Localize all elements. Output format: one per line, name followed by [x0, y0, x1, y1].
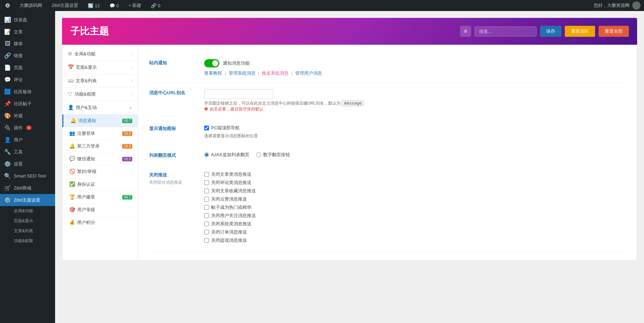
pc-nav-checkbox[interactable] [204, 126, 209, 130]
comments-link[interactable]: 💬 0 [107, 0, 121, 11]
sidebar-item-dashboard[interactable]: 📊 仪表盘 [0, 14, 55, 26]
radio-ajax-pagination: AJAX追加列表翻页 [204, 152, 249, 158]
settings-search-input[interactable] [475, 26, 537, 36]
setting-row-site-notification: 站内通知 通知消息功能 查看教程 | 管理系统消息 | 推送系统消息 | [149, 53, 626, 83]
adminbar-right: 您好，大鹏资源网 [594, 1, 641, 10]
nav-item-wechat-notify[interactable]: 💬微信通知 V6.5 [62, 153, 138, 165]
checkbox-close-follow-push: 关闭用户关注消息推送 [204, 213, 626, 219]
sidebar-item-bbpress[interactable]: 🟦 社区板块 [0, 86, 55, 98]
sidebar-item-links[interactable]: 🔗 链接 [0, 50, 55, 62]
avatar[interactable] [632, 1, 641, 10]
site-name[interactable]: 大鹏源码网 [18, 0, 44, 11]
show-icon-desc: 选择需要显示消息图标的位置 [204, 133, 626, 139]
grid-view-button[interactable]: ≡ [460, 26, 471, 37]
link-tutorial[interactable]: 查看教程 [204, 71, 222, 76]
close-follow-push-checkbox[interactable] [204, 213, 209, 218]
settings-icon: ⚙️ [4, 161, 11, 167]
link-manage-sys-msg[interactable]: 管理系统消息 [229, 71, 256, 76]
sidebar-item-plugins[interactable]: 🔌 插件 6 [0, 122, 55, 134]
links-count[interactable]: 🔗 0 [149, 0, 162, 11]
sidebar-sub-articles[interactable]: 文章&列表 [0, 226, 55, 236]
nav-item-user-level[interactable]: 🎯用户等级 [62, 204, 138, 216]
ban-icon: 🚫 [69, 169, 75, 174]
community-blocks-icon: 🟦 [4, 88, 11, 95]
nav-item-ban-report[interactable]: 🚫禁封/举报 [62, 165, 138, 178]
sidebar-item-settings[interactable]: ⚙️ 设置 [0, 158, 55, 170]
hot-post-checkbox[interactable] [204, 205, 209, 210]
nav-section-articles[interactable]: 📖文章&列表 › [62, 74, 138, 88]
nav-item-identity[interactable]: ✅身份认证 [62, 178, 138, 191]
arrow-icon: › [131, 92, 132, 97]
sidebar-item-users[interactable]: 👤 用户 [0, 134, 55, 146]
updates-link[interactable]: 🔄 12 [86, 0, 102, 11]
sidebar-item-forums[interactable]: 📌 社区帖子 [0, 98, 55, 110]
ajax-pagination-label: AJAX追加列表翻页 [211, 152, 249, 158]
nav-item-user-points[interactable]: 💰用户积分 [62, 216, 138, 229]
badge-icon: 🏆 [69, 194, 75, 200]
settings-panel: ⚙全局&功能 › 📅页面&显示 › 📖文章&列表 › 🛡功能&权限 › 👤用户&… [62, 45, 637, 261]
identity-icon: ✅ [69, 181, 75, 187]
save-button[interactable]: 保存 [540, 26, 561, 37]
toggle-wrap-notification: 通知消息功能 [204, 59, 626, 67]
plugins-badge: 6 [26, 126, 32, 130]
sidebar-item-smart-seo[interactable]: 🔍 Smart SEO Tool [0, 170, 55, 182]
nav-section-func-perms[interactable]: 🛡功能&权限 › [62, 88, 138, 101]
nav-item-register-login[interactable]: 👥注册登录 V6.8 [62, 127, 138, 140]
reset-selected-button[interactable]: 重置选区 [565, 26, 595, 37]
checkbox-close-order-push: 关闭订单消息推送 [204, 229, 626, 235]
sidebar-sub-pages[interactable]: 页面&显示 [0, 216, 55, 226]
ajax-pagination-radio[interactable] [204, 152, 209, 157]
checkbox-close-favorite-push: 关闭文章收藏消息推送 [204, 188, 626, 194]
setting-row-message-url: 消息中心URL别名 开启固定链接之后，可以在此自定义消息中心的链接后缀URL别名… [149, 83, 626, 119]
label-pagination: 列表翻页模式 [149, 152, 204, 159]
version-badge-user-badge: V6.7 [122, 195, 132, 200]
checkbox-close-withdraw-push: 关闭提现消息推送 [204, 237, 626, 244]
close-withdraw-push-checkbox[interactable] [204, 238, 209, 243]
number-pagination-radio[interactable] [256, 152, 261, 157]
nav-item-third-login[interactable]: 🔔第三方登录 V6.8 [62, 140, 138, 153]
nav-item-user-badge[interactable]: 🏆用户徽章 V6.7 [62, 191, 138, 204]
wp-logo[interactable]: 🅦 [3, 0, 12, 11]
link-manage-user-msg[interactable]: 管理用户消息 [295, 71, 322, 76]
version-badge-third-login: V6.8 [122, 144, 132, 149]
register-login-icon: 👥 [69, 130, 75, 136]
new-content-link[interactable]: + 新建 [126, 0, 143, 11]
sidebar-item-posts[interactable]: 📝 文章 [0, 26, 55, 38]
toggle-label-notification: 通知消息功能 [223, 60, 250, 66]
media-icon: 🖼 [4, 41, 11, 47]
theme-settings-link[interactable]: ZibII主题设置 [50, 0, 80, 11]
link-push-sys-msg[interactable]: 推送系统消息 [262, 71, 289, 76]
community-posts-icon: 📌 [4, 100, 11, 107]
close-push-sublabel: 关闭部分消息推送 [149, 180, 204, 185]
sidebar-item-pages[interactable]: 📄 页面 [0, 62, 55, 74]
control-site-notification: 通知消息功能 查看教程 | 管理系统消息 | 推送系统消息 | 管理用户消息 [204, 59, 626, 76]
sidebar-item-media[interactable]: 🖼 媒体 [0, 38, 55, 50]
notification-toggle[interactable] [204, 59, 219, 67]
sidebar-sub-global[interactable]: 全局&功能 [0, 206, 55, 216]
message-url-input[interactable] [204, 89, 273, 99]
sidebar-item-zibll-theme[interactable]: ⚙️ ZibII主题设置 [0, 194, 55, 206]
close-system-push-checkbox[interactable] [204, 222, 209, 226]
nav-section-user-interact[interactable]: 👤用户&互动 ∨ [62, 101, 138, 115]
version-badge-wechat: V6.5 [122, 157, 132, 161]
close-article-push-checkbox[interactable] [204, 172, 209, 177]
close-order-push-checkbox[interactable] [204, 230, 209, 235]
sidebar-item-comments[interactable]: 💬 评论 [0, 74, 55, 86]
close-favorite-push-checkbox[interactable] [204, 189, 209, 193]
nav-section-global[interactable]: ⚙全局&功能 › [62, 47, 138, 61]
radio-number-pagination: 数字翻页按钮 [256, 152, 290, 158]
nav-section-pages[interactable]: 📅页面&显示 › [62, 61, 138, 74]
reset-all-button[interactable]: 重置全部 [599, 26, 629, 37]
sidebar-item-tools[interactable]: 🔧 工具 [0, 146, 55, 158]
default-code-badge: message [342, 100, 364, 106]
zibll-theme-icon: ⚙️ [4, 197, 11, 203]
sidebar-item-appearance[interactable]: 🎨 外观 [0, 110, 55, 122]
settings-sidebar: ⚙全局&功能 › 📅页面&显示 › 📖文章&列表 › 🛡功能&权限 › 👤用户&… [62, 45, 138, 260]
sidebar-item-zibll-shop[interactable]: 🛒 ZibII商城 [0, 182, 55, 194]
nav-item-notifications[interactable]: 🔔消息通知 V6.7 [62, 115, 138, 127]
close-like-push-checkbox[interactable] [204, 197, 209, 202]
sidebar-sub-func-perms[interactable]: 功能&权限 [0, 236, 55, 246]
pc-nav-label: PC端顶部导航 [211, 125, 240, 131]
plugins-icon: 🔌 [4, 125, 11, 131]
close-comment-push-checkbox[interactable] [204, 180, 209, 185]
